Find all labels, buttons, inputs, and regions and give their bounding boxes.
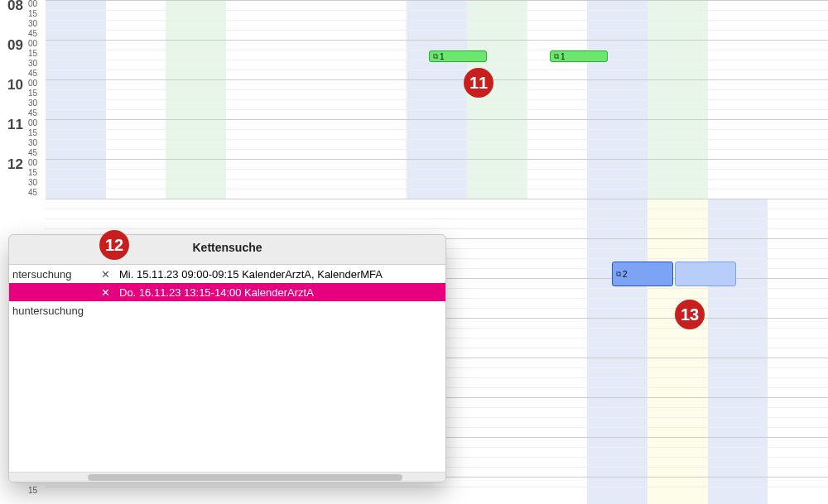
row-text: Do. 16.11.23 13:15-14:00 KalenderArztA xyxy=(119,286,314,299)
minute-label: 15 xyxy=(28,89,37,98)
hour-label: 09 xyxy=(7,37,23,54)
annotation-callout-11: 11 xyxy=(464,68,493,98)
minute-label: 00 xyxy=(28,0,37,8)
hour-label: 10 xyxy=(7,77,23,94)
link-icon: ⧉ xyxy=(616,269,621,280)
minute-label: 15 xyxy=(28,9,37,18)
minute-label: 00 xyxy=(28,158,37,167)
kettensuche-row[interactable]: huntersuchung xyxy=(9,301,445,319)
link-icon: ⧉ xyxy=(554,51,559,62)
minute-label: 45 xyxy=(28,69,37,78)
minute-label: 00 xyxy=(28,79,37,88)
minute-label: 30 xyxy=(28,138,37,147)
minute-label: 00 xyxy=(28,39,37,48)
appointment-blue-shadow[interactable] xyxy=(675,262,736,286)
minute-label: 15 xyxy=(28,168,37,177)
appointment-blue[interactable]: ⧉ 2 xyxy=(612,262,673,286)
minute-label: 30 xyxy=(28,19,37,28)
horizontal-scrollbar[interactable] xyxy=(9,472,445,482)
close-icon[interactable]: ✕ xyxy=(99,286,111,299)
appointment-green-2[interactable]: ⧉ 1 xyxy=(550,50,608,62)
appointment-green-1[interactable]: ⧉ 1 xyxy=(429,50,487,62)
minute-label: 45 xyxy=(28,29,37,38)
row-leading-fragment: ntersuchung xyxy=(12,268,91,281)
minute-label: 15 xyxy=(28,128,37,137)
panel-title: Kettensuche xyxy=(9,241,445,254)
minute-label: 00 xyxy=(28,118,37,127)
close-icon[interactable]: ✕ xyxy=(99,268,111,281)
scrollbar-thumb[interactable] xyxy=(88,474,402,481)
hour-label: 11 xyxy=(7,117,23,133)
appointment-label: 1 xyxy=(440,51,445,62)
minute-label: 45 xyxy=(28,188,37,197)
row-leading-fragment: huntersuchung xyxy=(12,305,91,317)
minute-label: 15 xyxy=(28,486,37,495)
minute-label: 45 xyxy=(28,108,37,118)
row-text: Mi. 15.11.23 09:00-09:15 KalenderArztA, … xyxy=(119,268,383,281)
minute-label: 30 xyxy=(28,59,37,68)
hour-label: 08 xyxy=(7,0,23,14)
panel-body: ntersuchung✕Mi. 15.11.23 09:00-09:15 Kal… xyxy=(9,264,445,472)
hour-label: 12 xyxy=(7,156,23,173)
link-icon: ⧉ xyxy=(433,51,438,62)
minute-label: 30 xyxy=(28,98,37,108)
kettensuche-panel: Kettensuche ntersuchung✕Mi. 15.11.23 09:… xyxy=(8,234,446,482)
minute-label: 45 xyxy=(28,148,37,157)
kettensuche-row[interactable]: ntersuchung✕Mi. 15.11.23 09:00-09:15 Kal… xyxy=(9,265,445,283)
appointment-label: 1 xyxy=(561,51,566,62)
minute-label: 15 xyxy=(28,49,37,58)
appointment-label: 2 xyxy=(623,269,628,280)
minute-label: 30 xyxy=(28,178,37,187)
kettensuche-row[interactable]: ✕Do. 16.11.23 13:15-14:00 KalenderArztA xyxy=(9,283,445,301)
annotation-callout-13: 13 xyxy=(675,300,705,329)
annotation-callout-12: 12 xyxy=(99,230,129,260)
